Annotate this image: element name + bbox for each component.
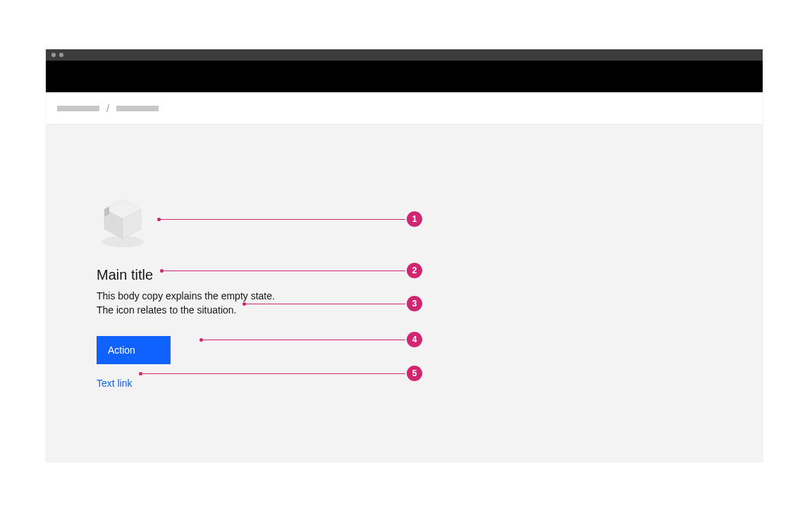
window-control-dot[interactable]: [59, 53, 63, 57]
app-header: [46, 61, 763, 92]
empty-state: Main title This body copy explains the e…: [97, 194, 364, 390]
annotation-line-5: 5: [140, 373, 405, 374]
browser-frame: / Main title This body copy explains the…: [46, 49, 763, 462]
annotation-line-2: 2: [161, 271, 405, 271]
annotation-badge-4: 4: [407, 332, 422, 347]
annotation-badge-3: 3: [407, 296, 422, 311]
annotation-line-4: 4: [201, 340, 405, 340]
body-line2: The icon relates to the situation.: [97, 304, 236, 316]
breadcrumb-item-skeleton[interactable]: [116, 106, 159, 111]
empty-state-title: Main title: [97, 267, 364, 283]
annotation-badge-1: 1: [407, 211, 422, 227]
action-button[interactable]: Action: [97, 336, 171, 364]
text-link[interactable]: Text link: [97, 378, 133, 389]
breadcrumb-item-skeleton[interactable]: [57, 106, 99, 111]
breadcrumb: /: [46, 92, 763, 124]
window-titlebar: [46, 49, 763, 61]
content-area: Main title This body copy explains the e…: [46, 124, 763, 462]
annotation-line-1: 1: [159, 219, 405, 220]
window-control-dot[interactable]: [51, 53, 56, 57]
body-line1: This body copy explains the empty state.: [97, 290, 275, 302]
box-icon: [97, 194, 149, 250]
breadcrumb-separator: /: [99, 103, 116, 114]
annotation-line-3: 3: [244, 304, 405, 304]
annotation-badge-2: 2: [407, 263, 422, 278]
annotation-badge-5: 5: [407, 366, 422, 381]
